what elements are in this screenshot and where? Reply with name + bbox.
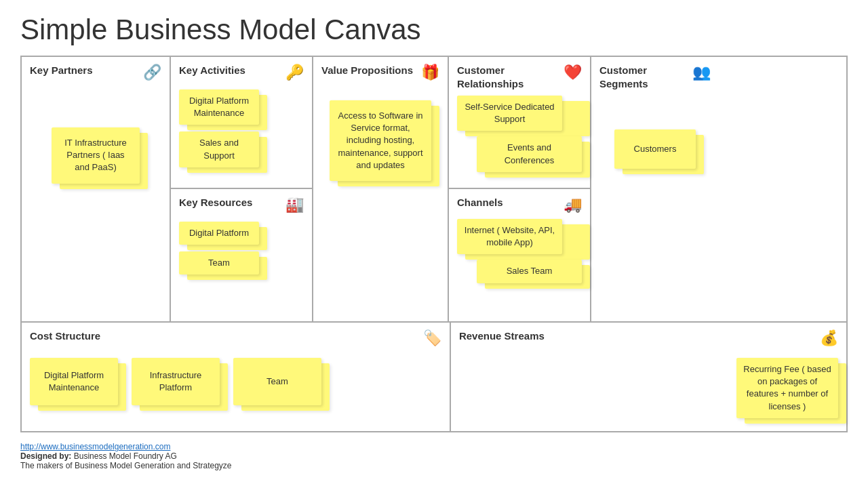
ch-sticky2-stack: Sales Team: [477, 260, 582, 283]
channels-section: Channels 🚚 Internet ( Website, API, mobi…: [449, 189, 590, 321]
key-resources-section: Key Resources 🏭 Digital Platform Team: [171, 189, 312, 321]
key-activities-title: Key Activities: [179, 64, 281, 77]
value-props-icon: 🎁: [421, 64, 439, 81]
customer-seg-cell: Customer Segments 👥 Customers: [591, 57, 719, 321]
value-props-title: Value Propositions: [321, 64, 417, 77]
channels-title: Channels: [457, 196, 559, 209]
revenue-streams-cell: Revenue Streams 💰 Recurring Fee ( based …: [451, 323, 846, 431]
footer-makers: The makers of Business Model Generation …: [20, 461, 848, 470]
ka-sticky1-stack: Digital Platform Maintenance: [179, 89, 259, 125]
revenue-streams-header: Revenue Streams 💰: [459, 329, 838, 347]
key-resources-icon: 🏭: [285, 196, 304, 214]
ch-sticky1-stack: Internet ( Website, API, mobile App): [457, 219, 582, 254]
key-partners-title: Key Partners: [30, 64, 139, 77]
key-partners-icon: 🔗: [143, 64, 161, 81]
ka-sticky2: Sales and Support: [179, 131, 259, 167]
key-activities-header: Key Activities 🔑: [179, 64, 304, 81]
customer-rel-section: Customer Relationships ❤️ Self-Service D…: [449, 57, 590, 189]
channels-icon: 🚚: [564, 196, 582, 214]
ch-sticky1: Internet ( Website, API, mobile App): [457, 219, 562, 254]
customer-rel-header: Customer Relationships ❤️: [457, 64, 582, 90]
cost-structure-header: Cost Structure 🏷️: [30, 329, 441, 347]
footer-designed-by-label: Designed by:: [20, 451, 71, 461]
cost-structure-cell: Cost Structure 🏷️ Digital Platform Maint…: [22, 323, 451, 431]
customer-rel-title: Customer Relationships: [457, 64, 559, 90]
cr-sticky1-stack: Self-Service Dedicated Support: [457, 96, 582, 131]
value-props-header: Value Propositions 🎁: [321, 64, 439, 81]
cost-sticky2-stack: Infrastructure Platform: [132, 358, 220, 405]
key-activities-section: Key Activities 🔑 Digital Platform Mainte…: [171, 57, 312, 189]
footer-designed-by-value: Business Model Foundry AG: [74, 451, 177, 461]
cost-sticky3: Team: [233, 358, 321, 405]
key-resources-header: Key Resources 🏭: [179, 196, 304, 214]
cr-sticky1: Self-Service Dedicated Support: [457, 96, 562, 131]
canvas-top-row: Key Partners 🔗 IT Infrastructure Partner…: [22, 57, 846, 323]
kr-sticky2-stack: Team: [179, 251, 259, 274]
cs-sticky1: Customers: [614, 129, 696, 169]
canvas-bottom-row: Cost Structure 🏷️ Digital Platform Maint…: [22, 323, 846, 431]
canvas: Key Partners 🔗 IT Infrastructure Partner…: [20, 56, 848, 432]
cs-sticky1-stack: Customers: [614, 129, 696, 169]
vp-sticky1: Access to Software in Service format, in…: [330, 100, 431, 181]
kr-sticky1-stack: Digital Platform: [179, 222, 259, 245]
key-partners-header: Key Partners 🔗: [30, 64, 161, 81]
rev-sticky1-stack: Recurring Fee ( based on packages of fea…: [736, 358, 838, 418]
customer-seg-title: Customer Segments: [599, 64, 688, 90]
customer-rel-icon: ❤️: [564, 64, 582, 81]
customer-seg-header: Customer Segments 👥: [599, 64, 711, 90]
key-activities-icon: 🔑: [285, 64, 304, 81]
rev-sticky1: Recurring Fee ( based on packages of fea…: [736, 358, 838, 418]
kr-sticky1: Digital Platform: [179, 222, 259, 245]
key-partners-sticky1: IT Infrastructure Partners ( Iaas and Pa…: [52, 127, 140, 184]
cr-sticky2: Events and Conferences: [477, 136, 582, 171]
ch-sticky2: Sales Team: [477, 260, 582, 283]
footer: http://www.businessmodelgeneration.com D…: [20, 438, 848, 470]
customer-rel-channels-cell: Customer Relationships ❤️ Self-Service D…: [449, 57, 591, 321]
cost-structure-icon: 🏷️: [423, 329, 441, 347]
cost-sticky1-stack: Digital Platform Maintenance: [30, 358, 118, 405]
key-activities-resources-cell: Key Activities 🔑 Digital Platform Mainte…: [171, 57, 313, 321]
page-title: Simple Business Model Canvas: [20, 14, 848, 46]
cost-stickies: Digital Platform Maintenance Infrastruct…: [30, 352, 441, 405]
kr-sticky2: Team: [179, 251, 259, 274]
channels-header: Channels 🚚: [457, 196, 582, 214]
ch-stickies: Internet ( Website, API, mobile App) Sal…: [457, 219, 582, 283]
cr-sticky2-stack: Events and Conferences: [477, 136, 582, 171]
vp-sticky1-stack: Access to Software in Service format, in…: [330, 100, 431, 181]
ka-sticky2-stack: Sales and Support: [179, 131, 259, 167]
cost-sticky2: Infrastructure Platform: [132, 358, 220, 405]
key-resources-title: Key Resources: [179, 196, 281, 209]
revenue-streams-icon: 💰: [820, 329, 838, 347]
key-partners-cell: Key Partners 🔗 IT Infrastructure Partner…: [22, 57, 171, 321]
revenue-stickies: Recurring Fee ( based on packages of fea…: [459, 352, 838, 418]
value-props-cell: Value Propositions 🎁 Access to Software …: [313, 57, 449, 321]
cost-structure-title: Cost Structure: [30, 329, 419, 343]
cost-sticky3-stack: Team: [233, 358, 321, 405]
key-partners-sticky1-stack: IT Infrastructure Partners ( Iaas and Pa…: [52, 127, 140, 184]
footer-url[interactable]: http://www.businessmodelgeneration.com: [20, 442, 170, 451]
cost-sticky1: Digital Platform Maintenance: [30, 358, 118, 405]
revenue-streams-title: Revenue Streams: [459, 329, 816, 343]
customer-seg-icon: 👥: [692, 64, 711, 81]
cr-stickies: Self-Service Dedicated Support Events an…: [457, 96, 582, 172]
ka-sticky1: Digital Platform Maintenance: [179, 89, 259, 125]
